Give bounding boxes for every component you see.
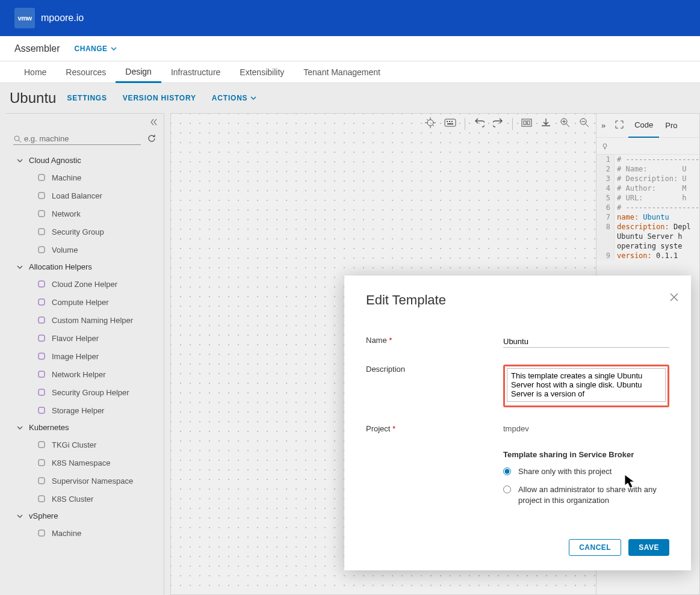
app-title: Assembler <box>14 43 60 54</box>
double-chevron-left-icon <box>149 118 158 126</box>
tab-actions[interactable]: ACTIONS <box>212 94 258 102</box>
svg-point-19 <box>427 120 433 126</box>
sidebar-item-image-helper[interactable]: Image Helper <box>6 347 164 365</box>
svg-rect-3 <box>39 211 45 217</box>
share-option-project[interactable]: Share only with this project <box>503 466 669 477</box>
share-org-radio[interactable] <box>503 486 511 493</box>
share-option-org[interactable]: Allow an administrator to share with any… <box>503 484 669 506</box>
svg-rect-17 <box>39 496 45 502</box>
zoom-out-icon[interactable] <box>579 117 590 130</box>
search-input[interactable] <box>24 134 141 143</box>
sidebar-item-k8s-cluster[interactable]: K8S Cluster <box>6 490 164 508</box>
sidebar-item-load-balancer[interactable]: Load Balancer <box>6 187 164 205</box>
download-icon[interactable] <box>540 117 551 130</box>
sidebar-item-supervisor-namespace[interactable]: Supervisor Namespace <box>6 472 164 490</box>
target-icon[interactable] <box>425 117 436 130</box>
svg-rect-11 <box>39 371 45 377</box>
sidebar-item-k8s-namespace[interactable]: K8S Namespace <box>6 454 164 472</box>
sidebar-item-security-group-helper[interactable]: Security Group Helper <box>6 383 164 401</box>
sidebar-item-machine[interactable]: Machine <box>6 168 164 187</box>
collapse-sidebar-button[interactable] <box>6 114 164 131</box>
sidebar-item-flavor-helper[interactable]: Flavor Helper <box>6 329 164 347</box>
sharing-header: Template sharing in Service Broker <box>503 450 669 459</box>
svg-rect-18 <box>39 530 45 536</box>
search-wrap <box>13 133 141 145</box>
svg-rect-7 <box>39 299 45 305</box>
svg-rect-16 <box>39 478 45 484</box>
sidebar-item-volume[interactable]: Volume <box>6 241 164 259</box>
svg-point-0 <box>14 136 19 141</box>
tab-version-history[interactable]: VERSION HISTORY <box>123 94 196 102</box>
svg-rect-24 <box>447 123 453 125</box>
top-banner: vmw mpoore.io <box>0 0 700 36</box>
svg-rect-1 <box>39 174 45 180</box>
svg-rect-23 <box>451 121 453 122</box>
cancel-button[interactable]: CANCEL <box>569 539 621 556</box>
project-label: Project * <box>366 424 503 433</box>
group-cloud-agnostic[interactable]: Cloud Agnostic <box>6 152 164 168</box>
canvas-toolbar <box>425 117 590 130</box>
svg-rect-6 <box>39 281 45 287</box>
chevron-down-icon <box>250 94 257 102</box>
name-label: Name * <box>366 336 503 345</box>
navtab-design[interactable]: Design <box>116 61 161 83</box>
svg-rect-9 <box>39 335 45 341</box>
group-vsphere[interactable]: vSphere <box>6 508 164 524</box>
sidebar-item-tkgi-cluster[interactable]: TKGi Cluster <box>6 436 164 454</box>
change-label: CHANGE <box>75 45 108 53</box>
redo-icon[interactable] <box>493 117 504 130</box>
close-button[interactable] <box>669 292 679 305</box>
group-kubernetes[interactable]: Kubernetes <box>6 419 164 436</box>
sidebar-item-compute-helper[interactable]: Compute Helper <box>6 293 164 311</box>
sidebar-search-row <box>6 131 164 147</box>
expand-left-icon[interactable]: » <box>596 121 610 130</box>
svg-rect-12 <box>39 389 45 395</box>
svg-rect-8 <box>39 317 45 323</box>
site-name: mpoore.io <box>41 13 84 23</box>
resource-sidebar: Cloud AgnosticMachineLoad BalancerNetwor… <box>6 113 164 595</box>
sidebar-tree: Cloud AgnosticMachineLoad BalancerNetwor… <box>6 147 164 595</box>
svg-rect-2 <box>39 193 45 199</box>
zoom-in-icon[interactable] <box>560 117 571 130</box>
chevron-down-icon <box>110 45 117 52</box>
svg-point-31 <box>603 144 607 147</box>
sidebar-item-custom-naming-helper[interactable]: Custom Naming Helper <box>6 311 164 329</box>
tab-code[interactable]: Code <box>628 114 659 138</box>
hint-row <box>596 138 699 155</box>
svg-rect-27 <box>527 121 530 125</box>
page-header: Ubuntu SETTINGS VERSION HISTORY ACTIONS <box>0 83 700 113</box>
undo-icon[interactable] <box>474 117 485 130</box>
svg-rect-25 <box>522 119 531 126</box>
group-allocation-helpers[interactable]: Allocation Helpers <box>6 259 164 275</box>
code-tab-row: » Code Pro <box>596 114 699 138</box>
fit-icon[interactable] <box>521 117 532 130</box>
vmware-logo-icon: vmw <box>14 8 35 28</box>
tab-settings[interactable]: SETTINGS <box>67 94 107 102</box>
sidebar-item-cloud-zone-helper[interactable]: Cloud Zone Helper <box>6 275 164 293</box>
sidebar-item-network[interactable]: Network <box>6 205 164 223</box>
navtab-extensibility[interactable]: Extensibility <box>230 61 294 83</box>
description-input[interactable] <box>507 368 666 402</box>
search-icon <box>13 135 22 143</box>
expand-full-icon[interactable] <box>610 120 628 131</box>
sidebar-item-machine[interactable]: Machine <box>6 524 164 542</box>
sidebar-item-network-helper[interactable]: Network Helper <box>6 365 164 383</box>
sidebar-item-security-group[interactable]: Security Group <box>6 223 164 241</box>
refresh-button[interactable] <box>147 134 156 145</box>
share-project-label: Share only with this project <box>518 466 612 477</box>
navtab-infrastructure[interactable]: Infrastructure <box>161 61 230 83</box>
navtab-home[interactable]: Home <box>14 61 56 83</box>
svg-rect-4 <box>39 229 45 235</box>
change-app-link[interactable]: CHANGE <box>75 45 117 53</box>
app-bar: Assembler CHANGE <box>0 36 700 61</box>
navtab-resources[interactable]: Resources <box>56 61 116 83</box>
svg-rect-13 <box>39 407 45 413</box>
keyboard-icon[interactable] <box>444 119 456 129</box>
save-button[interactable]: SAVE <box>628 539 669 556</box>
name-input[interactable] <box>503 336 669 348</box>
close-icon <box>669 292 679 302</box>
sidebar-item-storage-helper[interactable]: Storage Helper <box>6 401 164 419</box>
tab-properties[interactable]: Pro <box>659 114 683 138</box>
navtab-tenant-management[interactable]: Tenant Management <box>294 61 390 83</box>
share-project-radio[interactable] <box>503 467 511 475</box>
